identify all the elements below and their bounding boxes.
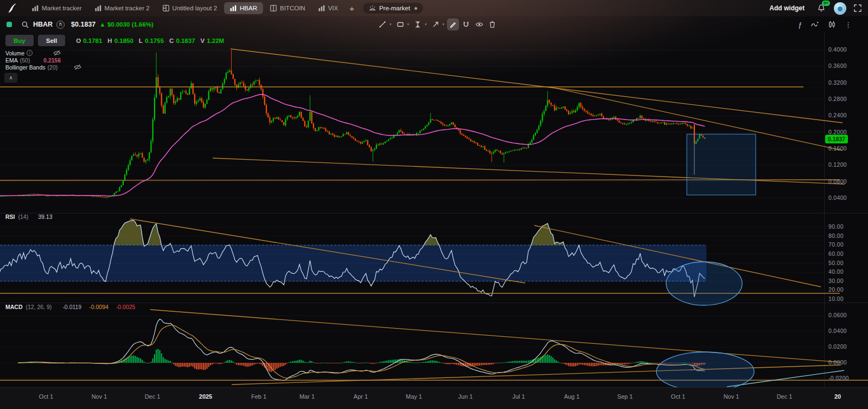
dropdown-caret-icon[interactable]: ▾ bbox=[390, 22, 392, 27]
compare-add-line-button[interactable] bbox=[811, 21, 819, 28]
rectangle-tool-button[interactable] bbox=[394, 18, 406, 30]
rsi-value: 39.13 bbox=[38, 213, 52, 220]
macd-line-value: -0.0119 bbox=[62, 304, 81, 310]
chart-bars-icon bbox=[230, 5, 237, 11]
axis-tick-label: 50.00 bbox=[828, 260, 844, 266]
arrow-tool-button[interactable] bbox=[430, 18, 442, 30]
chart-canvas[interactable] bbox=[0, 0, 868, 409]
axis-tick-label: 0.0200 bbox=[828, 343, 847, 350]
eye-off-icon[interactable] bbox=[74, 64, 81, 70]
tab-market-tracker[interactable]: Market tracker bbox=[26, 2, 88, 14]
highlight-rectangle[interactable] bbox=[687, 134, 756, 195]
close-value: 0.1837 bbox=[176, 37, 195, 44]
session-status-dot bbox=[414, 7, 417, 10]
avatar[interactable] bbox=[834, 2, 846, 15]
time-axis-label: May 1 bbox=[406, 393, 422, 400]
ema-label: EMA bbox=[5, 57, 18, 64]
eye-off-icon[interactable] bbox=[53, 50, 61, 56]
chart-bars-icon bbox=[318, 5, 325, 11]
collapse-legend-button[interactable]: ∧ bbox=[4, 73, 17, 83]
time-axis-label: Nov 1 bbox=[92, 393, 107, 400]
axis-tick-label: 0.3200 bbox=[828, 79, 847, 86]
highlight-ellipse[interactable] bbox=[666, 262, 742, 305]
axis-tick-label: 0.0400 bbox=[828, 328, 847, 334]
symbol-toolbar: HBAR ℏ $0.1837 ▲ $0.0030 (1.66%) ▾ ▾ ▾ ▾ bbox=[0, 16, 868, 33]
time-axis-label: Dec 1 bbox=[777, 393, 793, 400]
add-tab-button[interactable]: + bbox=[349, 4, 354, 12]
tab-bitcoin[interactable]: BITCOIN bbox=[264, 2, 311, 14]
dropdown-caret-icon[interactable]: ▾ bbox=[407, 22, 410, 27]
time-axis-label: Aug 1 bbox=[564, 393, 580, 400]
tab-market-tracker-2[interactable]: Market tracker 2 bbox=[89, 2, 156, 14]
trade-row: Buy Sell O0.1781 H0.1850 L0.1755 C0.1837… bbox=[5, 35, 224, 46]
robinhood-feather-logo-icon[interactable] bbox=[7, 3, 17, 14]
price-range-tool-button[interactable] bbox=[412, 18, 424, 30]
tab-label: Untitled layout 2 bbox=[173, 5, 217, 11]
magnet-tool-button[interactable] bbox=[460, 18, 472, 30]
tab-untitled-layout-2[interactable]: Untitled layout 2 bbox=[157, 2, 223, 14]
rsi-params: (14) bbox=[18, 213, 29, 220]
axis-tick-label: 0.4000 bbox=[828, 46, 847, 53]
notifications-button[interactable]: 9+ bbox=[815, 2, 827, 14]
axis-tick-label: 0.0600 bbox=[828, 312, 847, 318]
time-axis-label: Sep 1 bbox=[617, 393, 633, 400]
last-price-badge: 0.1837 bbox=[825, 135, 848, 143]
symbol-name[interactable]: HBAR bbox=[33, 21, 53, 28]
trend-line-tool-button[interactable] bbox=[376, 18, 388, 30]
add-widget-button[interactable]: Add widget bbox=[769, 4, 805, 12]
axis-tick-label: 90.00 bbox=[828, 223, 844, 230]
more-options-button[interactable]: ⋮ bbox=[845, 21, 852, 29]
visibility-tool-button[interactable] bbox=[473, 18, 485, 30]
highlight-ellipse[interactable] bbox=[656, 352, 754, 391]
search-icon[interactable] bbox=[22, 21, 29, 28]
tab-vix[interactable]: VIX bbox=[312, 2, 344, 14]
price-change: ▲ $0.0030 (1.66%) bbox=[99, 21, 154, 28]
sell-button[interactable]: Sell bbox=[38, 35, 65, 46]
candles bbox=[0, 50, 705, 198]
axis-tick-label: -0.0200 bbox=[828, 375, 849, 381]
axis-tick-label: 40.00 bbox=[828, 268, 844, 275]
axis-tick-label: 0.3600 bbox=[828, 62, 847, 69]
axis-tick-label: 0.0400 bbox=[828, 194, 847, 201]
time-axis-label: Oct 1 bbox=[39, 393, 53, 400]
buy-button[interactable]: Buy bbox=[5, 35, 34, 46]
session-pre-market-pill[interactable]: Pre-market bbox=[363, 3, 423, 14]
dropdown-caret-icon[interactable]: ▾ bbox=[425, 22, 427, 27]
fullscreen-icon bbox=[854, 4, 861, 12]
dropdown-caret-icon[interactable]: ▾ bbox=[443, 22, 445, 27]
macd-params: (12, 26, 9) bbox=[26, 304, 52, 310]
axis-tick-label: 0.1200 bbox=[828, 161, 847, 168]
legend-row-bollinger: Bollinger Bands(20) bbox=[5, 64, 81, 71]
draw-pencil-tool-button[interactable] bbox=[447, 18, 459, 30]
delete-drawings-trash-button[interactable] bbox=[486, 18, 498, 30]
axis-tick-label: 0.0000 bbox=[828, 359, 847, 366]
candle-style-button[interactable] bbox=[828, 21, 835, 28]
tab-label: VIX bbox=[328, 5, 339, 11]
sunrise-icon bbox=[369, 5, 376, 11]
indicators-fx-button[interactable]: ƒ bbox=[798, 21, 802, 29]
axis-tick-label: 20.00 bbox=[828, 286, 844, 293]
time-axis-label: Jul 1 bbox=[512, 393, 525, 400]
time-axis[interactable]: Oct 1Nov 1Dec 12025Feb 1Mar 1Apr 1May 1J… bbox=[0, 387, 868, 409]
axis-tick-label: 10.00 bbox=[828, 295, 844, 302]
macd-signal-value: -0.0094 bbox=[89, 304, 108, 310]
indicator-legend: Volumei EMA(50) 0.2156 Bollinger Bands(2… bbox=[5, 49, 81, 71]
tab-hbar[interactable]: HBAR bbox=[224, 2, 263, 14]
last-price: $0.1837 bbox=[71, 21, 95, 28]
time-axis-label: Feb 1 bbox=[251, 393, 266, 400]
axis-tick-label: 30.00 bbox=[828, 278, 844, 284]
axis-tick-label: 0.2000 bbox=[828, 129, 847, 135]
time-axis-label: Oct 1 bbox=[671, 393, 685, 400]
fullscreen-button[interactable] bbox=[854, 4, 861, 12]
top-bar: Market tracker Market tracker 2 Untitled… bbox=[0, 0, 868, 16]
ema-line bbox=[0, 95, 705, 196]
info-icon[interactable]: i bbox=[27, 50, 33, 56]
ohlcv-readout: O0.1781 H0.1850 L0.1755 C0.1837 V1.22M bbox=[76, 37, 224, 44]
layout-grid-icon bbox=[270, 5, 277, 11]
macd-label: MACD bbox=[5, 304, 23, 310]
time-axis-label: 2025 bbox=[199, 393, 212, 400]
open-value: 0.1781 bbox=[83, 37, 102, 44]
volume-value: 1.22M bbox=[207, 37, 224, 44]
time-axis-label: 20 bbox=[834, 393, 841, 400]
macd-plot bbox=[18, 319, 706, 381]
